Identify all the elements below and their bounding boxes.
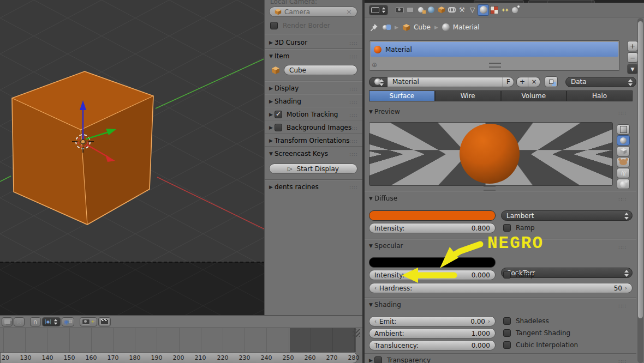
slot-remove-button[interactable]: −	[627, 52, 638, 63]
cubic-interpolation-checkbox[interactable]	[503, 341, 511, 349]
panel-dents-racines[interactable]: ▶dents racines	[269, 182, 319, 192]
material-slot-row-selected[interactable]: Material	[371, 42, 618, 57]
panel-motion-tracking[interactable]: ▶ Motion Tracking	[269, 110, 338, 119]
timeline-editor[interactable]: ◎ ∩ |◆| ◉⌗ + 20 130 140 150 160 170 180 …	[0, 315, 362, 363]
tab-modifiers-icon[interactable]: ⚒	[457, 5, 467, 15]
node-editor-button[interactable]	[545, 76, 558, 87]
tab-object-icon[interactable]	[436, 5, 446, 15]
tangent-shading-checkbox[interactable]	[503, 329, 511, 337]
cubic-interpolation-toggle[interactable]: Cubic Interpolation	[503, 341, 578, 349]
shading-panel-header[interactable]: ▼Shading	[369, 301, 401, 308]
ramp-checkbox[interactable]	[503, 224, 511, 232]
preview-flat-button[interactable]	[617, 124, 630, 135]
snap-magnet-button[interactable]: ∩	[30, 317, 41, 326]
3d-viewport[interactable]	[0, 0, 264, 315]
timeline-editor-icon	[4, 319, 10, 324]
start-display-button[interactable]: ▷ Start Display	[269, 164, 357, 174]
object-context-icon[interactable]	[383, 25, 391, 30]
diffuse-shader-dropdown[interactable]: Lambert	[501, 210, 633, 221]
list-resize-grip[interactable]	[489, 63, 501, 68]
panel-item[interactable]: ▼ Item	[269, 51, 289, 61]
tab-wire[interactable]: Wire	[435, 90, 501, 101]
preview-world-button[interactable]	[617, 179, 630, 189]
preview-monkey-button[interactable]	[617, 157, 630, 167]
properties-scrollbar[interactable]	[637, 18, 643, 363]
tab-render-layers-icon[interactable]	[405, 5, 415, 15]
render-border-checkbox[interactable]	[270, 22, 278, 29]
tab-render-icon[interactable]	[395, 5, 405, 15]
expand-arrow-icon[interactable]: ▼	[269, 53, 275, 59]
panel-grip[interactable]	[349, 39, 357, 47]
panel-grip[interactable]	[349, 53, 357, 60]
slot-specials-button[interactable]: ▼	[627, 64, 638, 74]
preview-panel-header[interactable]: ▼Preview	[369, 108, 400, 116]
material-name-field[interactable]: Material	[387, 77, 503, 87]
panel-shading[interactable]: ▶Shading	[269, 96, 301, 106]
preview-cube-button[interactable]	[617, 146, 630, 156]
collapse-arrow-icon[interactable]: ▶	[269, 40, 275, 45]
diffuse-color-swatch[interactable]	[369, 210, 496, 221]
cube-icon[interactable]	[402, 23, 410, 32]
keying-set-button[interactable]: ◉⌗	[62, 317, 74, 326]
link-data-dropdown[interactable]: Data	[565, 77, 636, 87]
preview-hair-button[interactable]: (((	[617, 168, 630, 178]
editor-type-button[interactable]	[2, 317, 13, 326]
diffuse-panel-header[interactable]: ▼Diffuse	[369, 195, 397, 202]
editor-type-button[interactable]	[369, 5, 388, 15]
tab-material-icon[interactable]	[478, 4, 489, 16]
camera-field[interactable]: Camera ×	[269, 7, 357, 17]
shading-ambient-slider[interactable]: Ambient: 1.000	[369, 328, 496, 338]
tab-texture-icon[interactable]	[489, 5, 499, 15]
tab-world-icon[interactable]	[426, 5, 436, 15]
diffuse-ramp-toggle[interactable]: Ramp	[503, 224, 535, 232]
panel-transform-orientations[interactable]: ▶Transform Orientations	[269, 136, 350, 146]
timeline-resize-grip[interactable]	[353, 329, 360, 337]
tangent-shading-toggle[interactable]: Tangent Shading	[503, 329, 570, 337]
shading-emit-slider[interactable]: ‹Emit: 0.00›	[369, 316, 496, 326]
transparency-panel-header[interactable]: ▶ Transparency	[369, 356, 431, 363]
shadeless-checkbox[interactable]	[503, 317, 511, 325]
unlink-material-button[interactable]: ×	[528, 77, 540, 87]
timeline-track-area[interactable]	[0, 328, 362, 352]
breadcrumb-data[interactable]: Material	[453, 23, 480, 31]
shadeless-toggle[interactable]: Shadeless	[503, 317, 549, 325]
render-border-toggle[interactable]: Render Border	[270, 22, 330, 29]
slot-add-button[interactable]: +	[627, 41, 638, 51]
timeline-frame-ruler[interactable]: 20 130 140 150 160 170 180 190 200 210 2…	[0, 352, 358, 363]
panel-display[interactable]: ▶Display	[269, 83, 299, 93]
render-animation-button[interactable]	[98, 317, 111, 326]
tab-surface[interactable]: Surface	[369, 90, 435, 101]
pin-icon[interactable]	[370, 23, 378, 32]
clear-x-icon[interactable]: ×	[346, 8, 352, 16]
preview-sphere-button[interactable]	[617, 135, 630, 146]
item-name-field[interactable]: Cube	[284, 65, 357, 75]
slot-add-icon[interactable]: ⊕	[372, 61, 377, 69]
new-material-button[interactable]: +	[516, 77, 528, 87]
start-display-label: Start Display	[297, 165, 339, 173]
snap-mode-dropdown[interactable]: |◆|	[42, 317, 61, 326]
panel-screencast-keys[interactable]: ▼Screencast Keys	[269, 149, 328, 159]
transparency-checkbox[interactable]	[374, 356, 382, 363]
slider-left-arrow[interactable]: ‹	[374, 285, 377, 291]
panel-3d-cursor[interactable]: ▶ 3D Cursor	[269, 38, 307, 47]
browse-material-button[interactable]	[369, 77, 387, 87]
scrollbar-thumb[interactable]	[638, 21, 643, 318]
panel-background-images[interactable]: ▶ Background Images	[269, 123, 351, 132]
tab-volume[interactable]: Volume	[501, 90, 567, 101]
material-slot-list[interactable]: Material ⊕	[369, 40, 620, 71]
breadcrumb-object[interactable]: Cube	[414, 23, 431, 31]
tab-scene-icon[interactable]	[415, 5, 426, 15]
tab-physics-icon[interactable]	[510, 5, 520, 15]
tab-constraints-icon[interactable]	[446, 5, 457, 15]
shading-translucency-slider[interactable]: Translucency: 0.000	[369, 340, 496, 350]
motion-tracking-checkbox[interactable]	[275, 111, 282, 118]
tab-halo[interactable]: Halo	[567, 90, 633, 101]
render-keyframe-button[interactable]: +	[80, 317, 97, 326]
fake-user-button[interactable]: F	[503, 77, 514, 87]
preview-resize-grip[interactable]	[484, 186, 496, 191]
record-button[interactable]: ◎	[14, 317, 25, 326]
slider-right-arrow[interactable]: ›	[625, 285, 627, 291]
tab-object-data-icon[interactable]: ▽	[467, 5, 478, 15]
background-images-checkbox[interactable]	[275, 124, 282, 131]
tab-particles-icon[interactable]: ✦✦	[499, 5, 510, 15]
